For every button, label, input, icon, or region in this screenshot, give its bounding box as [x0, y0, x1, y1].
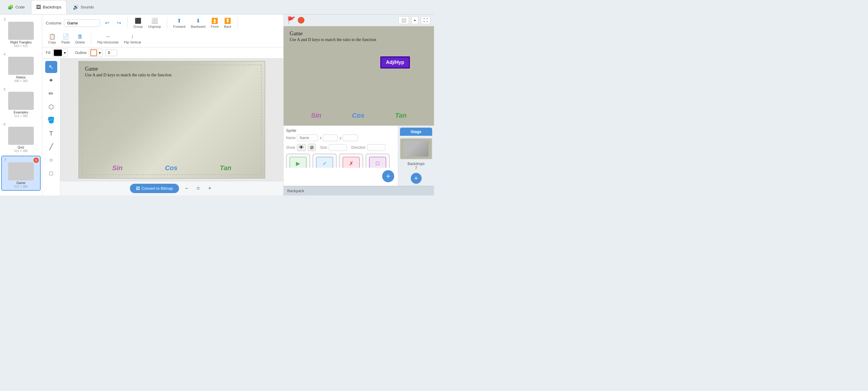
sounds-icon: 🔊	[73, 4, 79, 10]
group-button[interactable]: ⬛ Group	[131, 16, 145, 30]
convert-btn-label: Convert to Bitmap	[142, 186, 173, 191]
fill-tool[interactable]: 🪣	[45, 114, 57, 126]
backdrop-item-4[interactable]: 4 Ratios480 × 360	[1, 51, 41, 84]
fill-label: Fill	[46, 51, 50, 55]
sprite-item-falling-block[interactable]: □ Falling Block	[366, 153, 390, 168]
sprite-item-wrong-ans[interactable]: ✗ Wrong An...	[339, 153, 363, 168]
tab-sounds[interactable]: 🔊 Sounds	[68, 0, 99, 14]
backward-button[interactable]: ⬇ Backward	[188, 16, 208, 30]
backdrop-item-7[interactable]: 7 ✕ Game511 × 380	[1, 156, 41, 191]
sprite-item-right-ans[interactable]: ✓ Right Ans...	[313, 153, 337, 168]
zoom-in-button[interactable]: +	[206, 184, 214, 193]
hide-eye-button[interactable]: ⊘	[308, 144, 316, 151]
backdrop-thumb-5	[8, 92, 34, 110]
flip-h-button[interactable]: ↔ Flip Horizontal	[95, 32, 121, 45]
brush-tool[interactable]: ✏	[45, 87, 57, 100]
size-input[interactable]	[329, 144, 347, 151]
flip-h-icon: ↔	[105, 33, 111, 40]
flip-v-icon: ↕	[131, 33, 134, 40]
ungroup-label: Ungroup	[148, 25, 161, 28]
reshape-tool[interactable]: ✦	[45, 74, 57, 86]
stage-cos-label: Cos	[352, 112, 365, 119]
delete-button[interactable]: 🗑 Delete	[73, 32, 87, 45]
backpack-bar[interactable]: Backpack	[284, 186, 434, 196]
back-label: Back	[224, 25, 231, 28]
sprite-thumb-start: ▶	[290, 157, 307, 168]
zoom-reset-button[interactable]: =	[194, 184, 202, 193]
stage-count-label: Backdrops	[407, 162, 425, 166]
fill-color-picker[interactable]: ▼	[52, 49, 68, 57]
line-tool[interactable]: ╱	[45, 141, 57, 153]
stop-button[interactable]	[298, 17, 304, 24]
order-section: ⬆ Forward ⬇ Backward ⏫ Front ⏬ Back	[171, 16, 234, 30]
add-backdrop-button[interactable]: +	[411, 173, 422, 184]
green-flag-button[interactable]: 🚩	[287, 16, 296, 24]
circle-tool[interactable]: ○	[45, 154, 57, 166]
stage-thumbnail	[400, 138, 432, 159]
stage-sin-label: Sin	[311, 112, 321, 119]
redo-icon: ↪	[117, 20, 121, 26]
stage-game-title: Game	[284, 26, 434, 37]
canvas-sin-label: Sin	[112, 164, 122, 172]
tab-backdrops-label: Backdrops	[43, 5, 61, 9]
tab-code[interactable]: 🧩 Code	[2, 0, 30, 14]
paste-button[interactable]: 📄 Paste	[59, 32, 72, 45]
backdrop-thumb-6	[8, 127, 34, 145]
outline-dropdown-icon: ▼	[98, 51, 101, 55]
backward-label: Backward	[191, 25, 205, 28]
convert-icon: 🖼	[136, 186, 140, 191]
stage-tan-label: Tan	[395, 112, 407, 119]
costume-name-input[interactable]	[64, 19, 100, 27]
stage-fullscreen-button[interactable]: ⛶	[421, 16, 430, 24]
backdrops-list: 3 Right Trangles563 × 415 4 Ratios480 × …	[0, 15, 42, 196]
x-field-label: x	[320, 136, 321, 140]
stage-medium-button[interactable]: ▪	[411, 16, 418, 24]
forward-label: Forward	[173, 25, 185, 28]
convert-bitmap-button[interactable]: 🖼 Convert to Bitmap	[130, 184, 179, 193]
editor-toolbar: Costume ↩ ↪ ⬛ Group ⬜ Ungroup	[42, 15, 283, 47]
backdrop-item-5[interactable]: 5 Examples511 × 380	[1, 86, 41, 119]
backdrop-item-3[interactable]: 3 Right Trangles563 × 415	[1, 16, 41, 50]
name-field-input[interactable]	[297, 135, 318, 141]
stage-small-button[interactable]: ⬜	[398, 16, 409, 24]
canvas-container[interactable]: Game Use A and D keys to match the ratio…	[60, 58, 283, 181]
outline-swatch	[90, 50, 97, 56]
flip-h-label: Flip Horizontal	[97, 40, 119, 44]
tab-sounds-label: Sounds	[81, 5, 94, 9]
y-field-input[interactable]	[343, 135, 358, 141]
eraser-tool[interactable]: ⬡	[45, 101, 57, 113]
redo-button[interactable]: ↪	[114, 19, 124, 27]
ungroup-icon: ⬜	[151, 18, 158, 24]
paste-icon: 📄	[62, 33, 69, 40]
back-button[interactable]: ⏬ Back	[221, 16, 234, 30]
show-eye-button[interactable]: 👁	[297, 144, 306, 151]
back-icon: ⏬	[224, 18, 231, 24]
direction-input[interactable]	[367, 144, 385, 151]
copy-button[interactable]: 📋 Copy	[46, 32, 59, 45]
forward-button[interactable]: ⬆ Forward	[171, 16, 188, 30]
select-tool[interactable]: ↖	[45, 61, 57, 73]
x-field-input[interactable]	[323, 135, 338, 141]
outline-label: Outline	[75, 51, 87, 55]
adj-hyp-box[interactable]: Adj/Hyp	[380, 56, 410, 68]
front-button[interactable]: ⏫ Front	[208, 16, 221, 30]
backdrop-delete-7[interactable]: ✕	[33, 158, 39, 163]
undo-button[interactable]: ↩	[102, 19, 112, 27]
flip-v-button[interactable]: ↕ Flip Vertical	[121, 32, 144, 45]
front-icon: ⏫	[211, 18, 218, 24]
stage-backdrops-label: Backdrops 7	[400, 162, 432, 170]
ungroup-button[interactable]: ⬜ Ungroup	[146, 16, 163, 30]
backdrop-label-4: Ratios480 × 360	[14, 76, 28, 83]
text-tool[interactable]: T	[45, 127, 57, 139]
backdrop-item-6[interactable]: 6 Quiz511 × 380	[1, 121, 41, 155]
sprite-item-start-button[interactable]: ▶ Start Button	[286, 153, 310, 168]
outline-color-picker[interactable]: ▼	[89, 49, 103, 57]
zoom-out-button[interactable]: −	[183, 184, 191, 193]
toolbar-sep-3	[238, 18, 238, 28]
stage-tab-button[interactable]: Stage	[400, 128, 432, 136]
sprite-thumb-wrong-ans: ✗	[343, 157, 360, 168]
outline-width-input[interactable]	[105, 50, 117, 56]
rect-tool[interactable]: □	[45, 167, 57, 179]
tab-backdrops[interactable]: 🖼 Backdrops	[31, 0, 66, 14]
add-sprite-button[interactable]: +	[382, 170, 394, 182]
